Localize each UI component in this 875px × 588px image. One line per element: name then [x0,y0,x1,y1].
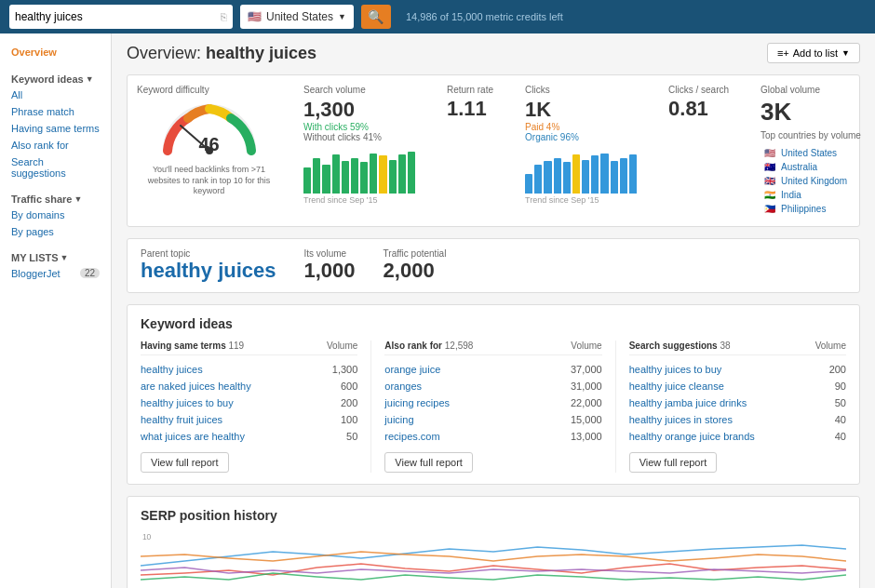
gv-section: Global volume 3K Top countries by volume… [761,85,875,217]
ki-row: healthy juices to buy 200 [629,361,846,378]
sidebar-my-lists[interactable]: MY LISTS ▼ [0,247,111,265]
clicks-bar [611,161,618,194]
country-selector[interactable]: 🇺🇸 United States ▼ [240,5,354,29]
ki-keyword-link[interactable]: healthy juices in stores [629,414,733,425]
ki-keyword-link[interactable]: juicing [384,414,413,425]
ki-col-search-suggestions: Search suggestions 38 Volume healthy jui… [629,341,846,473]
overview-header: Overview: healthy juices ≡+ Add to list … [127,43,860,63]
country-name[interactable]: Australia [779,161,863,173]
sidebar-item-search-suggestions[interactable]: Search suggestions [0,154,111,181]
ki-col3-header: Search suggestions 38 Volume [629,341,846,355]
sidebar-item-bloggerjet[interactable]: BloggerJet 22 [0,265,111,282]
sidebar-keyword-ideas-group[interactable]: Keyword ideas ▼ [0,69,111,87]
country-flag: 🇮🇳 [762,189,777,201]
parent-traffic-value: 2,000 [384,259,447,283]
ki-col2-view-report[interactable]: View full report [384,452,473,473]
ki-keyword-link[interactable]: are naked juices healthy [141,381,251,392]
ki-row: healthy juices to buy 200 [141,394,357,411]
ki-keyword-link[interactable]: recipes.com [384,431,439,442]
search-button[interactable]: 🔍 [361,5,391,29]
country-name[interactable]: Philippines [779,203,863,215]
country-flag: 🇺🇸 [762,147,777,159]
ki-keyword-link[interactable]: healthy jamba juice drinks [629,397,747,408]
clicks-paid[interactable]: Paid 4% [525,122,637,132]
ki-keyword-link[interactable]: what juices are healthy [141,431,245,442]
sv-with-clicks[interactable]: With clicks 59% [303,122,415,132]
credits-info: 14,986 of 15,000 metric credits left [406,11,563,22]
parent-topic-value[interactable]: healthy juices [141,259,276,283]
ki-col3-view-report[interactable]: View full report [629,452,718,473]
ki-col3-rows: healthy juices to buy 200 healthy juice … [629,361,846,445]
clicks-bar [544,161,551,194]
ki-row: juicing recipes 22,000 [384,394,601,411]
sidebar-item-by-pages[interactable]: By pages [0,223,111,240]
keyword-ideas-title: Keyword ideas [141,316,846,331]
country-name[interactable]: United Kingdom [779,175,863,187]
parent-topic-row: Parent topic healthy juices Its volume 1… [127,238,860,293]
ki-keyword-link[interactable]: healthy juice cleanse [629,381,724,392]
us-flag: 🇺🇸 [248,10,262,23]
ki-keyword-link[interactable]: healthy juices to buy [141,397,234,408]
sidebar-item-also-rank-for[interactable]: Also rank for [0,137,111,154]
search-input[interactable] [15,10,218,23]
ki-keyword-link[interactable]: juicing recipes [384,397,450,408]
clicks-bar [534,165,542,194]
sidebar-item-having-same-terms[interactable]: Having same terms [0,120,111,137]
sv-bar [398,154,406,194]
sidebar-item-all[interactable]: All [0,87,111,103]
sidebar-item-by-domains[interactable]: By domains [0,207,111,223]
ki-col1-title: Having same terms 119 [141,341,244,351]
sv-bar [389,160,397,194]
ki-col3-title: Search suggestions 38 [629,341,731,351]
country-name[interactable]: India [779,189,863,201]
parent-topic-label: Parent topic [141,248,276,259]
sidebar-item-phrase-match[interactable]: Phrase match [0,103,111,120]
ki-row: healthy jamba juice drinks 50 [629,394,846,411]
ki-keyword-link[interactable]: healthy fruit juices [141,414,222,425]
ki-row: are naked juices healthy 600 [141,378,357,394]
kd-label: Keyword difficulty [137,85,281,95]
country-volume: 1,300 [865,147,875,159]
ki-keyword-link[interactable]: orange juice [384,364,440,375]
top-countries-label: Top countries by volume [761,130,875,140]
ki-col1-view-report[interactable]: View full report [141,452,229,473]
ki-volume: 200 [829,364,846,375]
clicks-bar [582,160,589,194]
ki-keyword-link[interactable]: oranges [384,381,422,392]
clicks-bar [572,154,580,194]
ki-col2-title: Also rank for 12,598 [384,341,473,351]
parent-topic-block: Parent topic healthy juices [141,248,276,283]
gv-label: Global volume [761,85,875,95]
ki-volume: 40 [835,414,846,425]
ki-row: healthy fruit juices 100 [141,411,357,428]
ki-col-also-rank: Also rank for 12,598 Volume orange juice… [384,341,615,473]
ki-col2-rows: orange juice 37,000 oranges 31,000 juici… [384,361,601,445]
clicks-value: 1K [525,98,637,122]
add-to-list-button[interactable]: ≡+ Add to list ▼ [767,43,860,63]
ki-row: healthy juices 1,300 [141,361,357,378]
chevron-down-icon: ▼ [841,48,850,58]
chevron-down-icon: ▼ [338,12,346,21]
sidebar-overview[interactable]: Overview [0,43,111,61]
cps-value: 0.81 [668,97,729,121]
rr-value: 1.11 [447,97,493,121]
ki-volume: 100 [341,414,357,425]
serp-chart: 10 [141,528,846,584]
ki-volume: 22,000 [571,397,602,408]
country-name[interactable]: United States [779,147,863,159]
ki-volume: 40 [835,431,846,442]
sidebar-traffic-share-group[interactable]: Traffic share ▼ [0,189,111,207]
main-content: Overview: healthy juices ≡+ Add to list … [112,33,875,588]
bloggerjet-badge: 22 [80,268,100,278]
country-volume: 450 [865,161,875,173]
ki-keyword-link[interactable]: healthy juices [141,364,203,375]
ki-row: healthy orange juice brands 40 [629,428,846,445]
page-title: Overview: healthy juices [127,44,316,63]
clicks-organic[interactable]: Organic 96% [525,132,637,142]
sidebar: Overview Keyword ideas ▼ All Phrase matc… [0,33,112,588]
ki-row: what juices are healthy 50 [141,428,357,445]
serp-chart-svg: 10 [141,528,846,584]
ki-keyword-link[interactable]: healthy orange juice brands [629,431,755,442]
ki-keyword-link[interactable]: healthy juices to buy [629,364,722,375]
parent-volume-label: Its volume [304,248,356,259]
